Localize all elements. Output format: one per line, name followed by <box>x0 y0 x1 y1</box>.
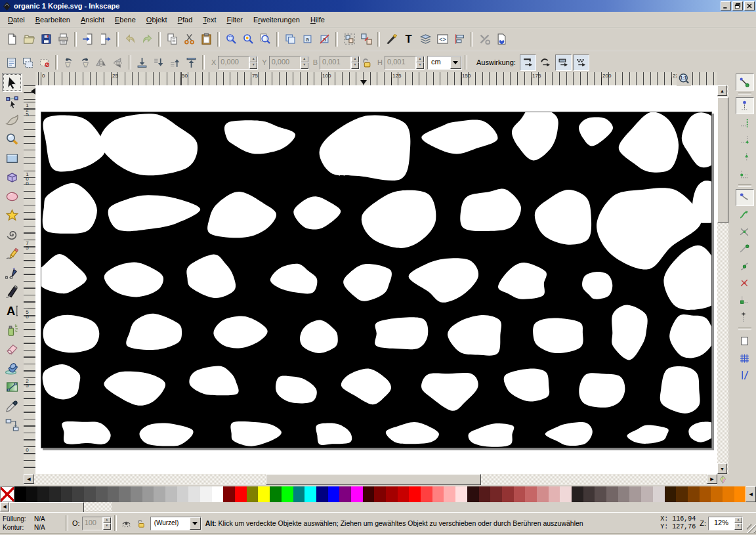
menu-ansicht[interactable]: Ansicht <box>75 14 110 26</box>
tool-eraser-button[interactable] <box>2 339 22 358</box>
color-swatch[interactable] <box>363 486 375 502</box>
menu-text[interactable]: Text <box>198 14 221 26</box>
menu-datei[interactable]: Datei <box>3 14 30 26</box>
opacity-field[interactable]: 100▲▼ <box>82 517 112 530</box>
palette-scrollbar[interactable]: ◀ <box>0 502 756 512</box>
tool-star-button[interactable] <box>2 206 22 225</box>
color-swatch[interactable] <box>711 486 723 502</box>
vertical-scrollbar[interactable]: ▲ ▼ <box>717 85 728 474</box>
color-swatch[interactable] <box>108 486 119 502</box>
tool-calligraphy-button[interactable] <box>2 282 22 301</box>
color-swatch[interactable] <box>165 486 177 502</box>
fill-stroke-dialog-button[interactable] <box>383 31 400 48</box>
tool-gradient-button[interactable] <box>2 377 22 396</box>
redo-button[interactable] <box>138 31 156 48</box>
color-swatch[interactable] <box>96 486 108 502</box>
create-clone-button[interactable]: a <box>299 31 316 48</box>
open-folder-button[interactable] <box>20 31 37 48</box>
vertical-scroll-thumb[interactable] <box>717 97 728 223</box>
style-indicator[interactable]: Füllung:N/A Kontur:N/A <box>0 515 63 532</box>
close-button[interactable] <box>744 1 755 11</box>
menu-filter[interactable]: Filter <box>221 14 247 26</box>
horizontal-scrollbar[interactable]: ◀ ▶ <box>24 474 717 485</box>
tool-tweak-button[interactable] <box>2 111 22 130</box>
snap-center-button[interactable] <box>736 291 754 309</box>
snap-rotcenter-button[interactable] <box>736 309 754 326</box>
zoom-spinner[interactable]: ▲▼ <box>734 517 742 530</box>
raise-step-button[interactable] <box>167 54 183 71</box>
unlink-clone-button[interactable]: a <box>316 31 333 48</box>
vertical-ruler[interactable]: 1251007550250 <box>24 85 36 474</box>
color-swatch[interactable] <box>247 486 259 502</box>
tool-dropper-button[interactable] <box>2 396 22 416</box>
affect-gradients-button[interactable] <box>555 54 572 71</box>
color-swatch[interactable] <box>525 486 537 502</box>
snap-smooth-button[interactable] <box>736 257 754 274</box>
color-swatch[interactable] <box>700 486 711 502</box>
affect-patterns-button[interactable] <box>573 54 589 71</box>
new-document-button[interactable] <box>3 31 20 48</box>
tool-3dbox-button[interactable] <box>2 168 22 187</box>
color-swatch[interactable] <box>72 486 84 502</box>
save-button[interactable] <box>37 31 54 48</box>
group-button[interactable] <box>341 31 358 48</box>
color-swatch[interactable] <box>270 486 282 502</box>
tool-rect-button[interactable] <box>2 149 22 168</box>
color-swatch[interactable] <box>734 486 746 502</box>
color-swatch[interactable] <box>560 486 572 502</box>
layer-dropdown-arrow[interactable] <box>190 517 201 530</box>
color-swatch[interactable] <box>14 486 26 502</box>
color-swatch[interactable] <box>502 486 514 502</box>
color-swatch[interactable] <box>653 486 665 502</box>
color-swatch[interactable] <box>665 486 677 502</box>
color-swatch[interactable] <box>351 486 363 502</box>
color-swatch[interactable] <box>386 486 398 502</box>
color-swatch[interactable] <box>200 486 212 502</box>
snap-cusp-button[interactable] <box>736 240 754 257</box>
color-swatch[interactable] <box>212 486 224 502</box>
layer-select[interactable]: (Wurzel) <box>150 517 201 530</box>
height-field[interactable]: 0,001▲▼ <box>385 56 425 70</box>
rotate-ccw-button[interactable] <box>60 54 77 71</box>
layers-dialog-button[interactable] <box>417 31 434 48</box>
color-swatch[interactable] <box>455 486 467 502</box>
snap-bbox-mid-button[interactable] <box>736 148 754 165</box>
text-dialog-button[interactable]: T <box>400 31 417 48</box>
snap-enable-button[interactable] <box>736 74 754 91</box>
rotate-cw-button[interactable] <box>77 54 93 71</box>
color-swatch[interactable] <box>374 486 386 502</box>
select-all-layers-button[interactable] <box>20 54 36 71</box>
print-button[interactable] <box>54 31 72 48</box>
y-field[interactable]: 0,000▲▼ <box>269 56 309 70</box>
menu-hilfe[interactable]: Hilfe <box>305 14 330 26</box>
copy-button[interactable] <box>163 31 180 48</box>
color-swatch[interactable] <box>537 486 549 502</box>
color-swatch[interactable] <box>444 486 455 502</box>
scroll-right-button[interactable]: ▶ <box>707 474 717 484</box>
color-swatch[interactable] <box>339 486 351 502</box>
color-swatch[interactable] <box>618 486 630 502</box>
menu-bearbeiten[interactable]: Bearbeiten <box>30 14 75 26</box>
color-swatch[interactable] <box>61 486 73 502</box>
affect-stroke-button[interactable] <box>520 54 536 71</box>
document-properties-button[interactable] <box>493 31 510 48</box>
preferences-button[interactable] <box>476 31 493 48</box>
unit-select[interactable]: cm <box>427 56 462 70</box>
x-spinner[interactable]: ▲▼ <box>249 56 257 69</box>
tool-ellipse-button[interactable] <box>2 187 22 206</box>
affect-corners-button[interactable] <box>537 54 554 71</box>
color-swatch[interactable] <box>514 486 526 502</box>
palette-next-button[interactable]: ◀ <box>746 486 756 502</box>
scroll-left-button[interactable]: ◀ <box>24 474 34 484</box>
menu-ebene[interactable]: Ebene <box>110 14 141 26</box>
palette-scroll-track[interactable]: ◀ <box>0 502 112 511</box>
menu-erweiterungen[interactable]: Erweiterungen <box>248 14 305 26</box>
color-swatch[interactable] <box>119 486 131 502</box>
zoom-1-1-button[interactable]: 1:1 <box>677 72 691 86</box>
color-swatch[interactable] <box>467 486 479 502</box>
menu-objekt[interactable]: Objekt <box>141 14 173 26</box>
color-swatch[interactable] <box>595 486 606 502</box>
color-none-swatch[interactable] <box>0 486 14 502</box>
snap-bbox-center-button[interactable] <box>736 165 754 182</box>
zoom-field[interactable]: 12%▲▼ <box>708 517 743 530</box>
